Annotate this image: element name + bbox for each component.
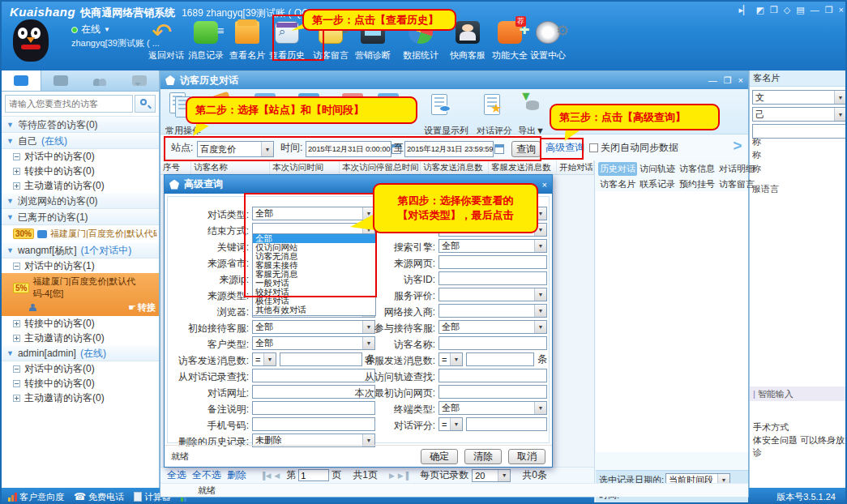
agent-row[interactable]: ▼admin[admin](在线) bbox=[2, 345, 159, 361]
advanced-query-link[interactable]: 高级查询 bbox=[545, 141, 584, 155]
field-select[interactable]: 全部▼ bbox=[438, 239, 547, 253]
tab-访问轨迹[interactable]: 访问轨迹 bbox=[638, 162, 677, 176]
column-header[interactable]: 开始对话▲ bbox=[557, 160, 594, 174]
column-header[interactable]: 序号 bbox=[160, 160, 191, 174]
field-input[interactable] bbox=[438, 336, 547, 350]
sync-checkbox[interactable]: 关闭自动同步数据 bbox=[589, 141, 678, 155]
visitor-item[interactable]: 30%福建厦门|百度竞价|默认代码-3[您 bbox=[2, 225, 159, 242]
site-select[interactable]: 百度竞价▼ bbox=[197, 141, 274, 157]
field-input[interactable] bbox=[438, 255, 547, 269]
collapse-icon[interactable] bbox=[13, 153, 20, 160]
tab-对话明细[interactable]: 对话明细 bbox=[717, 162, 756, 176]
field-input[interactable] bbox=[466, 417, 547, 431]
tree-node[interactable]: 转接中的访客(0) bbox=[2, 316, 159, 331]
prev-page-icon[interactable]: ◀ bbox=[274, 472, 280, 480]
expand-icon[interactable] bbox=[13, 395, 20, 402]
tree-node[interactable]: 主动邀请的访客(0) bbox=[2, 178, 159, 193]
time-to-input[interactable]: 2015年12月31日 23:59:59 bbox=[404, 141, 494, 157]
operator-select[interactable]: =▼ bbox=[438, 352, 463, 366]
tree-node[interactable]: 对话中的访客(1) bbox=[2, 258, 159, 273]
panels-icon[interactable]: ❒ bbox=[770, 5, 778, 15]
close-icon[interactable]: × bbox=[542, 180, 547, 190]
expand-icon[interactable] bbox=[13, 320, 20, 327]
field-select[interactable]: 全部▼ bbox=[438, 401, 547, 415]
field-select[interactable]: 全部▼ bbox=[252, 207, 375, 220]
select-all-link[interactable]: 全选 bbox=[167, 468, 186, 482]
last-page-icon[interactable]: ▶▐ bbox=[398, 472, 409, 480]
tab-contacts[interactable] bbox=[80, 70, 120, 91]
ok-button[interactable]: 确定 bbox=[421, 449, 458, 464]
group-row[interactable]: ▼浏览网站的访客(0) bbox=[2, 193, 159, 209]
page-number-input[interactable] bbox=[298, 469, 329, 481]
transfer-action[interactable]: ☛转接 bbox=[128, 301, 156, 314]
cancel-button[interactable]: 取消 bbox=[508, 449, 545, 464]
field-select[interactable]: ▼ bbox=[438, 288, 547, 301]
column-header[interactable]: 客服发送消息数 bbox=[489, 160, 557, 174]
panel-select-2[interactable]: 己▼ bbox=[752, 107, 847, 122]
visitor-item-active[interactable]: 5%福建厦门|百度竞价|默认代码-4[您]☛转接 bbox=[2, 273, 159, 316]
search-input[interactable] bbox=[5, 95, 133, 113]
per-page-select[interactable]: 20▼ bbox=[472, 469, 511, 482]
collapse-icon[interactable] bbox=[13, 380, 20, 387]
expand-icon[interactable] bbox=[13, 335, 20, 342]
history-dialog-titlebar[interactable]: 访客历史对话 —❐× bbox=[160, 71, 748, 89]
expand-chevron-icon[interactable]: > bbox=[733, 137, 742, 155]
minimize-icon[interactable]: — bbox=[708, 75, 717, 86]
tab-访客名片[interactable]: 访客名片 bbox=[598, 177, 637, 191]
collapse-icon[interactable] bbox=[13, 263, 20, 270]
online-status[interactable]: 在线 ▼ bbox=[71, 23, 110, 36]
pin-icon[interactable]: ▸▏ bbox=[739, 5, 751, 15]
tab-wechat[interactable] bbox=[41, 70, 81, 91]
display-columns-icon[interactable] bbox=[428, 92, 452, 120]
minimize-icon[interactable]: — bbox=[811, 5, 819, 15]
group-row[interactable]: ▼已离开的访客(1) bbox=[2, 209, 159, 225]
query-button[interactable]: 查询 bbox=[511, 141, 541, 157]
group-row[interactable]: ▼等待应答的访客(0) bbox=[2, 117, 159, 133]
maximize-icon[interactable]: ❐ bbox=[825, 5, 833, 15]
tab-联系记录[interactable]: 联系记录 bbox=[638, 177, 677, 191]
maximize-icon[interactable]: ❐ bbox=[724, 75, 732, 86]
agent-row[interactable]: ▼自己(在线) bbox=[2, 133, 159, 149]
taskbar-item[interactable]: 客户意向度 bbox=[8, 491, 64, 503]
toolbar-item-10[interactable]: ⚙设置中心 bbox=[525, 19, 571, 62]
tab-visitors[interactable] bbox=[2, 70, 41, 91]
help-icon[interactable]: ◇ bbox=[784, 5, 790, 15]
panel-select-1[interactable]: 文▼ bbox=[752, 90, 847, 105]
tree-node[interactable]: 主动邀请的访客(0) bbox=[2, 391, 159, 405]
tab-messages[interactable] bbox=[120, 70, 160, 91]
column-header[interactable]: 访客名称 bbox=[191, 160, 270, 174]
avatar[interactable] bbox=[10, 18, 52, 65]
skin-icon[interactable]: ◩ bbox=[756, 5, 764, 15]
collapse-icon[interactable] bbox=[13, 365, 20, 373]
export-icon[interactable]: ▼ bbox=[520, 92, 544, 120]
toolbar-item-2[interactable]: ≡消息记录 bbox=[183, 19, 229, 62]
select-none-link[interactable]: 全不选 bbox=[192, 468, 221, 482]
agent-row[interactable]: ▼wangmf[杨欣](1个对话中) bbox=[2, 242, 159, 258]
toolbar-item-1[interactable]: ↶返回对话 bbox=[143, 19, 189, 62]
field-select[interactable]: 全部▼ bbox=[438, 320, 547, 334]
field-input[interactable] bbox=[466, 352, 534, 366]
expand-icon[interactable] bbox=[13, 168, 20, 175]
dialog-rating-icon[interactable]: ★ bbox=[481, 92, 505, 120]
calendar-icon[interactable] bbox=[494, 144, 504, 154]
expand-icon[interactable] bbox=[13, 182, 20, 190]
tree-node[interactable]: 对话中的访客(0) bbox=[2, 361, 159, 376]
field-input[interactable] bbox=[438, 271, 547, 285]
column-header[interactable]: 访客发送消息数 bbox=[421, 160, 489, 174]
tree-node[interactable]: 转接中的访客(0) bbox=[2, 164, 159, 178]
tab-访客信息[interactable]: 访客信息 bbox=[678, 162, 717, 176]
tab-历史对话[interactable]: 历史对话 bbox=[598, 162, 637, 176]
taskbar-item[interactable]: ☎免费电话 bbox=[74, 491, 124, 503]
menu-icon[interactable]: ▤ bbox=[796, 5, 804, 15]
tree-node[interactable]: 主动邀请的访客(0) bbox=[2, 331, 159, 345]
field-input[interactable] bbox=[438, 385, 547, 399]
field-select[interactable]: ▼ bbox=[438, 304, 547, 318]
toolbar-item-3[interactable]: 查看名片 bbox=[225, 19, 270, 62]
tree-node[interactable]: 对话中的访客(0) bbox=[2, 149, 159, 164]
dropdown-option[interactable]: 其他有效对话 bbox=[253, 305, 375, 314]
checkbox-icon[interactable] bbox=[589, 143, 598, 152]
tab-预约挂号[interactable]: 预约挂号 bbox=[678, 177, 717, 191]
column-header[interactable]: 本次访问时间 bbox=[270, 160, 340, 174]
close-icon[interactable]: × bbox=[839, 5, 844, 15]
column-header[interactable]: 本次访问停留总时间 bbox=[340, 160, 421, 174]
